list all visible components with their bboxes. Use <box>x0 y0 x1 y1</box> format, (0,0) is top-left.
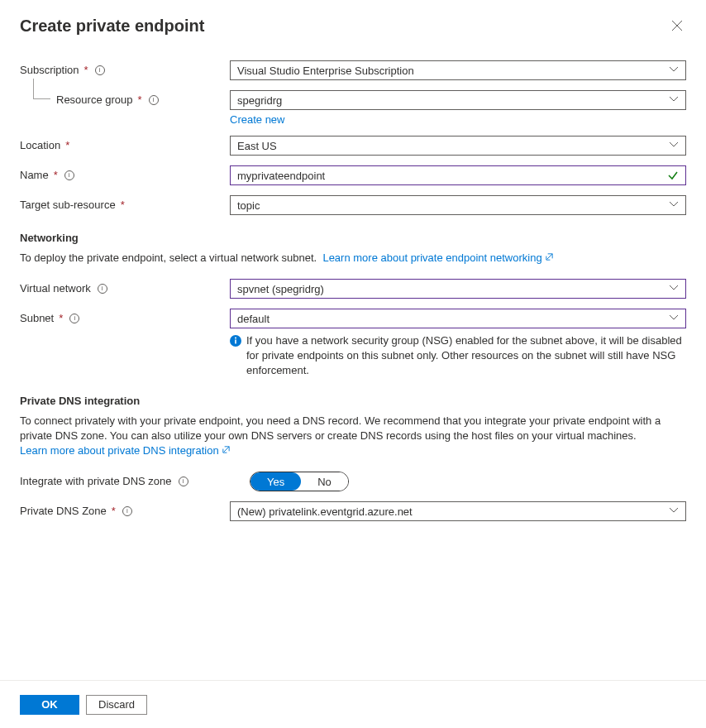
section-networking-title: Networking <box>20 232 686 244</box>
label-virtual-network: Virtual network i <box>20 279 230 295</box>
close-icon <box>671 22 683 34</box>
virtual-network-select[interactable]: spvnet (spegridrg) <box>230 279 686 299</box>
row-target-sub-resource: Target sub-resource * topic <box>20 195 686 215</box>
info-solid-icon <box>230 335 241 347</box>
required-indicator: * <box>84 64 88 76</box>
info-icon[interactable]: i <box>69 314 79 323</box>
label-private-dns-zone: Private DNS Zone * i <box>20 501 230 517</box>
create-new-link[interactable]: Create new <box>230 113 284 126</box>
info-icon[interactable]: i <box>179 477 188 486</box>
row-name: Name * i myprivateendpoint <box>20 165 686 185</box>
row-virtual-network: Virtual network i spvnet (spegridrg) <box>20 279 686 299</box>
section-dns-text: To connect privately with your private e… <box>20 414 686 458</box>
section-networking-text: To deploy the private endpoint, select a… <box>20 251 686 266</box>
check-icon <box>667 170 679 184</box>
row-location: Location * East US <box>20 136 686 156</box>
info-icon[interactable]: i <box>95 65 105 75</box>
required-indicator: * <box>59 312 63 324</box>
svg-point-2 <box>235 338 236 339</box>
label-subscription: Subscription * i <box>20 60 230 76</box>
panel-header: Create private endpoint <box>20 17 686 37</box>
toggle-no[interactable]: No <box>301 472 348 491</box>
row-subscription: Subscription * i Visual Studio Enterpris… <box>20 60 686 80</box>
info-icon[interactable]: i <box>122 506 132 516</box>
target-sub-resource-select[interactable]: topic <box>230 195 686 215</box>
row-private-dns-zone: Private DNS Zone * i (New) privatelink.e… <box>20 501 686 521</box>
label-integrate-dns: Integrate with private DNS zone i <box>20 472 250 487</box>
chevron-down-icon <box>669 94 679 107</box>
label-name: Name * i <box>20 165 230 181</box>
external-link-icon <box>545 251 554 264</box>
label-location: Location * <box>20 136 230 151</box>
integrate-dns-toggle[interactable]: Yes No <box>250 472 349 491</box>
ok-button[interactable]: OK <box>20 695 79 715</box>
label-resource-group: Resource group * i <box>20 90 230 106</box>
chevron-down-icon <box>669 65 679 77</box>
learn-more-networking-link[interactable]: Learn more about private endpoint networ… <box>322 251 554 264</box>
svg-rect-1 <box>235 340 236 344</box>
row-integrate-dns: Integrate with private DNS zone i Yes No <box>20 472 686 491</box>
row-subnet: Subnet * i default If you have a network… <box>20 309 686 378</box>
required-indicator: * <box>121 199 125 211</box>
required-indicator: * <box>54 169 58 181</box>
learn-more-dns-link[interactable]: Learn more about private DNS integration <box>20 444 231 457</box>
private-dns-zone-select[interactable]: (New) privatelink.eventgrid.azure.net <box>230 501 686 521</box>
label-target-sub-resource: Target sub-resource * <box>20 195 230 211</box>
chevron-down-icon <box>669 199 679 212</box>
row-resource-group: Resource group * i spegridrg Create new <box>20 90 686 126</box>
location-select[interactable]: East US <box>230 136 686 156</box>
chevron-down-icon <box>669 505 679 518</box>
resource-group-select[interactable]: spegridrg <box>230 90 686 110</box>
subnet-select[interactable]: default <box>230 309 686 328</box>
info-icon[interactable]: i <box>149 95 159 105</box>
info-icon[interactable]: i <box>98 284 107 294</box>
required-indicator: * <box>138 93 142 106</box>
info-icon[interactable]: i <box>64 170 74 180</box>
create-private-endpoint-panel: Create private endpoint Subscription * i… <box>0 0 706 521</box>
subscription-select[interactable]: Visual Studio Enterprise Subscription <box>230 60 686 80</box>
chevron-down-icon <box>669 313 679 325</box>
required-indicator: * <box>65 139 69 151</box>
page-title: Create private endpoint <box>20 17 204 36</box>
label-subnet: Subnet * i <box>20 309 230 324</box>
required-indicator: * <box>112 505 116 517</box>
chevron-down-icon <box>669 283 679 295</box>
subnet-info-note: If you have a network security group (NS… <box>230 333 686 378</box>
panel-footer: OK Discard <box>0 680 706 728</box>
name-input[interactable]: myprivateendpoint <box>230 165 686 185</box>
close-button[interactable] <box>668 17 686 37</box>
chevron-down-icon <box>669 140 679 152</box>
toggle-yes[interactable]: Yes <box>250 472 301 491</box>
section-dns-title: Private DNS integration <box>20 395 686 407</box>
external-link-icon <box>222 444 231 457</box>
discard-button[interactable]: Discard <box>86 695 147 715</box>
